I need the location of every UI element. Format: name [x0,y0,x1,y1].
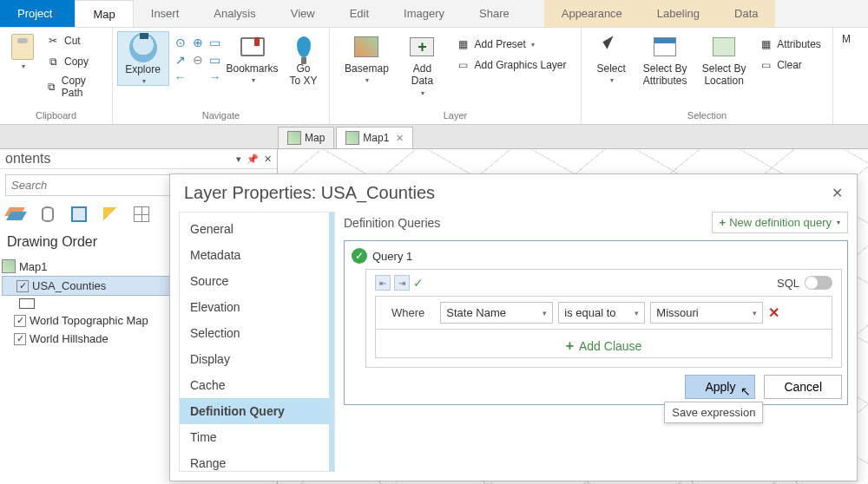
list-by-source-icon[interactable] [38,205,57,224]
copy-icon: ⧉ [45,54,61,69]
explore-button[interactable]: Explore▾ [117,31,169,86]
select-cursor-icon [601,36,621,57]
pin-icon[interactable]: 📌 [247,154,259,165]
plus-icon: + [720,216,727,229]
list-by-drawing-icon[interactable] [7,205,26,224]
nav-general[interactable]: General [180,216,334,242]
tab-share[interactable]: Share [462,0,527,27]
select-by-attributes-button[interactable]: Select By Attributes [636,31,694,89]
go-to-xy-button[interactable]: Go To XY [282,31,326,89]
tab-analysis[interactable]: Analysis [196,0,273,27]
operator-select[interactable]: is equal to▾ [558,302,645,324]
new-definition-query-button[interactable]: +New definition query▾ [712,212,848,233]
nav-time[interactable]: Time [180,424,334,450]
tab-map[interactable]: Map [75,0,133,27]
tab-view[interactable]: View [273,0,332,27]
field-select[interactable]: State Name▾ [440,302,553,324]
indent-left-icon[interactable]: ⇤ [375,275,391,291]
paste-button[interactable]: ▾ [7,31,38,72]
visibility-checkbox[interactable] [14,333,26,345]
close-icon[interactable]: ✕ [264,154,272,165]
where-label: Where [381,303,435,323]
tab-data[interactable]: Data [717,0,775,27]
delete-clause-icon[interactable]: ✕ [768,304,779,321]
tab-insert[interactable]: Insert [134,0,197,27]
group-selection: Select▾ Select By Attributes Select By L… [582,28,833,124]
nav-elevation[interactable]: Elevation [180,294,334,320]
dialog-title: Layer Properties: USA_Counties [184,183,435,203]
group-label-layer: Layer [444,108,468,124]
close-icon[interactable]: ✕ [832,185,843,201]
bookmark-nav2-icon[interactable]: ▭ [207,52,223,68]
truncated-button[interactable]: M [836,31,857,47]
value-select[interactable]: Missouri▾ [650,302,763,324]
add-data-button[interactable]: + Add Data▾ [396,31,448,99]
nav-arrows[interactable]: ⊙⊕▭ ↗⊖▭ ←→ [173,35,223,85]
tab-imagery[interactable]: Imagery [386,0,462,27]
tab-labeling[interactable]: Labeling [640,0,717,27]
zoom-in-icon[interactable]: ⊕ [190,35,206,50]
sql-label: SQL [777,277,799,290]
copy-button[interactable]: ⧉Copy [42,52,105,71]
query-card: ✓ Query 1 ⇤ ⇥ ✓ SQL [344,240,848,405]
basemap-button[interactable]: Basemap▾ [340,31,392,86]
nav-range[interactable]: Range [180,450,334,472]
group-navigate: Explore▾ ⊙⊕▭ ↗⊖▭ ←→ Bookmarks▾ Go To XY … [113,28,330,124]
select-button[interactable]: Select▾ [589,31,633,86]
bookmark-nav-icon[interactable]: ▭ [207,35,223,50]
bookmarks-button[interactable]: Bookmarks▾ [227,31,279,86]
group-label-navigate: Navigate [202,108,240,124]
map-icon [287,131,301,145]
fixed-zoom-in-icon[interactable]: ↗ [173,52,188,68]
prev-extent-icon[interactable]: ← [173,69,188,85]
list-by-snapping-icon[interactable] [132,205,151,224]
clear-button[interactable]: ▭Clear [754,56,825,75]
add-graphics-button[interactable]: ▭Add Graphics Layer [451,56,569,75]
explore-icon [129,33,157,62]
next-extent-icon[interactable]: → [207,69,223,85]
sql-toggle[interactable] [805,276,832,290]
validate-icon[interactable]: ✓ [413,276,424,290]
add-clause-button[interactable]: +Add Clause [375,330,832,358]
group-label-selection: Selection [687,108,727,124]
tooltip: Save expression [664,402,763,423]
doc-tab-map1[interactable]: Map1✕ [336,127,413,148]
nav-metadata[interactable]: Metadata [180,242,334,268]
query-name[interactable]: Query 1 [372,250,412,263]
scrollbar[interactable] [329,213,334,471]
nav-definition-query[interactable]: Definition Query [180,398,334,424]
scissors-icon: ✂ [45,33,61,49]
nav-selection[interactable]: Selection [180,320,334,346]
tab-project[interactable]: Project▾ [0,0,75,27]
tab-appearance[interactable]: Appearance [544,0,640,27]
list-by-selection-icon[interactable] [69,205,89,224]
plus-icon: + [566,338,574,354]
attr-table-icon [654,37,676,56]
map-icon [2,259,16,273]
add-preset-button[interactable]: ▦Add Preset▾ [451,35,569,54]
zoom-full-icon[interactable]: ⊙ [173,35,188,50]
nav-cache[interactable]: Cache [180,372,334,398]
copy-path-icon: ⧉ [45,79,58,95]
cut-button[interactable]: ✂Cut [42,31,105,50]
nav-display[interactable]: Display [180,346,334,372]
cursor-icon: ↖ [740,384,751,398]
tab-edit[interactable]: Edit [332,0,386,27]
nav-source[interactable]: Source [180,268,334,294]
close-icon[interactable]: ✕ [396,133,404,144]
zoom-out-icon[interactable]: ⊖ [190,52,206,68]
layer-properties-dialog: Layer Properties: USA_Counties ✕ General… [169,173,858,481]
select-by-location-button[interactable]: Select By Location [697,31,751,89]
visibility-checkbox[interactable] [16,280,29,292]
visibility-checkbox[interactable] [14,315,26,327]
bookmarks-icon [240,37,265,56]
copy-path-button[interactable]: ⧉Copy Path [42,73,105,101]
attributes-button[interactable]: ▦Attributes [754,35,825,54]
indent-right-icon[interactable]: ⇥ [394,275,410,291]
apply-button[interactable]: Apply ↖ Save expression [685,375,755,399]
list-by-editing-icon[interactable] [101,205,120,224]
ribbon: ▾ ✂Cut ⧉Copy ⧉Copy Path Clipboard Explor… [0,28,868,125]
dropdown-icon[interactable]: ▾ [236,154,241,165]
doc-tab-map[interactable]: Map [278,127,334,148]
cancel-button[interactable]: Cancel [764,375,842,399]
